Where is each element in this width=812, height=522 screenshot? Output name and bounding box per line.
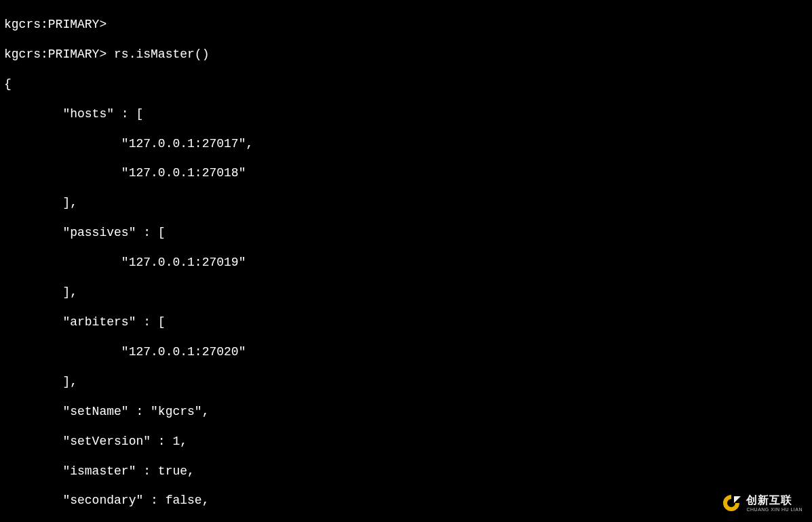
terminal-line: ], — [4, 375, 808, 390]
logo-icon — [720, 492, 742, 514]
terminal-line: { — [4, 77, 808, 92]
terminal-line: "127.0.0.1:27018" — [4, 166, 808, 181]
logo-en: CHUANG XIN HU LIAN — [746, 507, 803, 512]
terminal-line: ], — [4, 285, 808, 300]
terminal-line: "127.0.0.1:27020" — [4, 345, 808, 360]
terminal-line: ], — [4, 196, 808, 211]
terminal-line: "secondary" : false, — [4, 494, 808, 508]
watermark-logo: 创新互联 CHUANG XIN HU LIAN — [720, 492, 803, 514]
terminal-line: kgcrs:PRIMARY> — [4, 18, 808, 33]
terminal-line: "hosts" : [ — [4, 107, 808, 122]
terminal-line: "127.0.0.1:27017", — [4, 137, 808, 152]
terminal-line: "passives" : [ — [4, 226, 808, 241]
terminal-line: kgcrs:PRIMARY> rs.isMaster() — [4, 47, 808, 62]
logo-cn: 创新互联 — [746, 495, 803, 506]
logo-text: 创新互联 CHUANG XIN HU LIAN — [746, 495, 803, 512]
terminal-line: "arbiters" : [ — [4, 315, 808, 330]
terminal-line: "setVersion" : 1, — [4, 435, 808, 449]
terminal-output[interactable]: kgcrs:PRIMARY> kgcrs:PRIMARY> rs.isMaste… — [4, 3, 808, 522]
terminal-line: "setName" : "kgcrs", — [4, 405, 808, 420]
terminal-line: "ismaster" : true, — [4, 464, 808, 479]
terminal-line: "127.0.0.1:27019" — [4, 256, 808, 270]
